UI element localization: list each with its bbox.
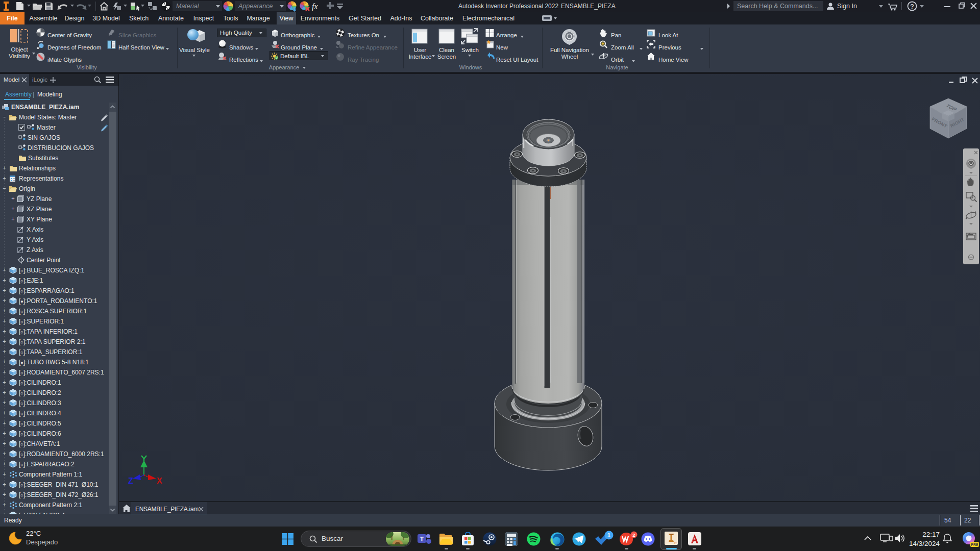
- svg-text:T: T: [420, 536, 424, 543]
- svg-text:1: 1: [607, 532, 611, 538]
- svg-text:Sign In: Sign In: [837, 3, 857, 10]
- svg-text:X: X: [157, 477, 162, 485]
- svg-text:Appearance: Appearance: [238, 3, 273, 10]
- svg-text:I²³: I²³: [674, 541, 677, 544]
- svg-text:fx: fx: [312, 2, 318, 11]
- svg-text:PRE: PRE: [971, 543, 978, 546]
- svg-text:Z: Z: [128, 477, 133, 485]
- svg-text:Material: Material: [176, 3, 200, 10]
- svg-text:Search Help & Commands...: Search Help & Commands...: [737, 3, 818, 10]
- svg-text:?: ?: [910, 3, 914, 10]
- svg-text:2: 2: [632, 532, 635, 538]
